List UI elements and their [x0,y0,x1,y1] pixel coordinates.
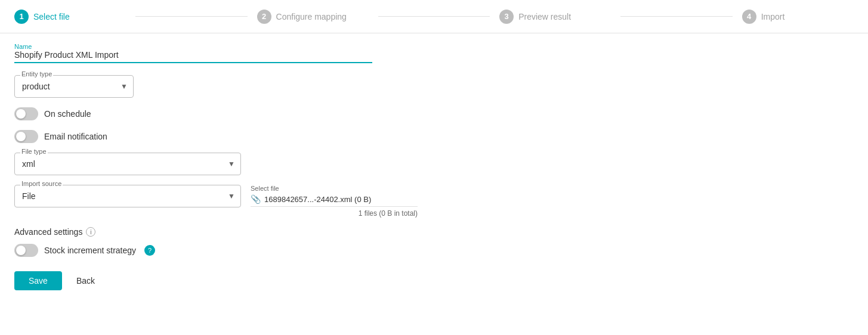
entity-type-label: Entity type [20,70,53,77]
step-4: 4 Import [742,10,854,24]
selected-file-name: 1689842657...-24402.xml (0 B) [264,195,371,204]
on-schedule-row: On schedule [14,107,854,120]
advanced-settings-label: Advanced settings [14,227,82,237]
on-schedule-label: On schedule [44,109,91,119]
entity-type-select[interactable]: product category customer order [14,75,134,98]
email-notification-label: Email notification [44,132,107,141]
file-type-select[interactable]: xml csv json [14,153,241,175]
step-4-label: Import [761,12,785,21]
advanced-settings-header[interactable]: Advanced settings i [14,227,854,237]
step-connector-3 [620,16,732,17]
on-schedule-toggle[interactable] [14,107,38,120]
name-input[interactable] [14,48,372,63]
main-content: Name Entity type product category custom… [0,33,868,300]
step-2: 2 Configure mapping [257,10,369,24]
import-source-container: Import source File URL FTP ▼ [14,185,241,207]
email-notification-toggle[interactable] [14,130,38,143]
save-button[interactable]: Save [14,271,62,290]
selected-file-display[interactable]: 📎 1689842657...-24402.xml (0 B) [251,194,418,207]
back-button[interactable]: Back [72,271,100,290]
step-4-circle: 4 [742,10,756,24]
import-source-label: Import source [20,180,63,187]
step-1-label: Select file [33,12,70,21]
advanced-settings-section: Advanced settings i Stock increment stra… [14,227,854,257]
import-source-row: Import source File URL FTP ▼ Select file… [14,185,854,218]
name-field-container: Name [14,48,372,63]
select-file-area: Select file 📎 1689842657...-24402.xml (0… [251,185,418,218]
step-3-circle: 3 [499,10,514,24]
import-source-select[interactable]: File URL FTP [14,185,241,207]
step-connector-1 [135,16,247,17]
file-type-group: File type xml csv json ▼ [14,153,854,175]
advanced-settings-info-icon[interactable]: i [86,227,95,237]
step-1-circle: 1 [14,10,29,24]
file-count: 1 files (0 B in total) [251,209,418,218]
stock-increment-toggle[interactable] [14,244,38,257]
stepper: 1 Select file 2 Configure mapping 3 Prev… [0,0,868,33]
entity-type-container: Entity type product category customer or… [14,75,134,98]
email-notification-row: Email notification [14,130,854,143]
stock-increment-slider [14,244,38,257]
email-notification-slider [14,130,38,143]
step-2-circle: 2 [257,10,271,24]
step-1: 1 Select file [14,10,126,24]
step-3-label: Preview result [518,12,571,21]
file-type-label: File type [20,148,48,155]
name-label: Name [14,43,32,50]
on-schedule-slider [14,107,38,120]
file-type-container: File type xml csv json ▼ [14,153,241,175]
step-3: 3 Preview result [499,10,611,24]
stock-increment-row: Stock increment strategy ? [14,244,854,257]
entity-type-group: Entity type product category customer or… [14,75,854,98]
step-connector-2 [378,16,490,17]
stock-increment-label: Stock increment strategy [44,246,136,255]
select-file-label: Select file [251,185,418,192]
action-buttons: Save Back [14,271,854,290]
stock-increment-help-icon[interactable]: ? [144,245,155,256]
paperclip-icon: 📎 [251,194,261,204]
step-2-label: Configure mapping [276,12,347,21]
